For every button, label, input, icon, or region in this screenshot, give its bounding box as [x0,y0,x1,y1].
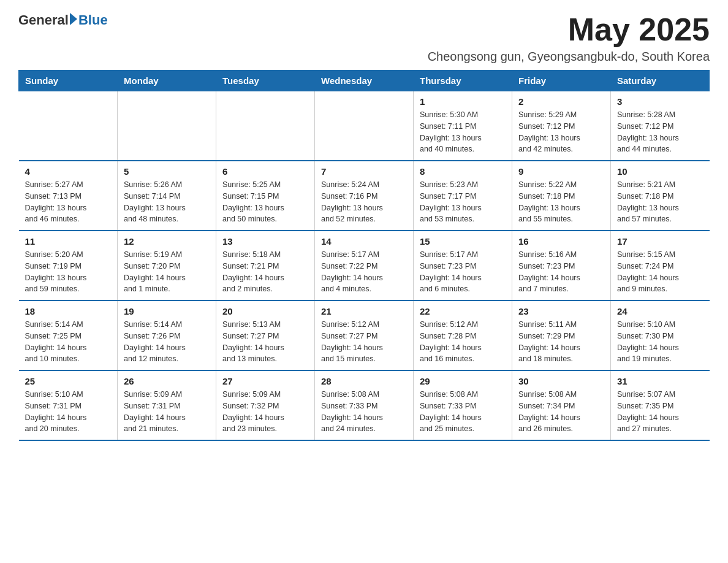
calendar-cell: 31Sunrise: 5:07 AM Sunset: 7:35 PM Dayli… [611,370,710,440]
day-info: Sunrise: 5:14 AM Sunset: 7:26 PM Dayligh… [124,319,210,365]
calendar-cell: 18Sunrise: 5:14 AM Sunset: 7:25 PM Dayli… [19,301,118,370]
day-number: 19 [124,306,210,316]
day-number: 2 [518,96,604,107]
calendar-cell: 8Sunrise: 5:23 AM Sunset: 7:17 PM Daylig… [414,161,512,231]
calendar-cell: 6Sunrise: 5:25 AM Sunset: 7:15 PM Daylig… [216,161,315,231]
day-number: 29 [420,376,506,386]
day-number: 10 [617,166,703,177]
calendar-cell: 12Sunrise: 5:19 AM Sunset: 7:20 PM Dayli… [118,231,216,301]
day-info: Sunrise: 5:14 AM Sunset: 7:25 PM Dayligh… [25,319,112,365]
day-number: 20 [222,306,308,316]
calendar-week-row: 1Sunrise: 5:30 AM Sunset: 7:11 PM Daylig… [19,91,710,161]
day-info: Sunrise: 5:29 AM Sunset: 7:12 PM Dayligh… [518,109,604,155]
calendar-cell: 25Sunrise: 5:10 AM Sunset: 7:31 PM Dayli… [19,370,118,440]
calendar-cell: 28Sunrise: 5:08 AM Sunset: 7:33 PM Dayli… [315,370,414,440]
day-info: Sunrise: 5:09 AM Sunset: 7:31 PM Dayligh… [124,389,210,435]
calendar-table: SundayMondayTuesdayWednesdayThursdayFrid… [18,70,710,441]
calendar-cell [118,91,216,161]
title-block: May 2025 Cheongsong gun, Gyeongsangbuk-d… [428,12,710,64]
calendar-cell: 10Sunrise: 5:21 AM Sunset: 7:18 PM Dayli… [611,161,710,231]
day-number: 13 [222,236,308,247]
location-subtitle: Cheongsong gun, Gyeongsangbuk-do, South … [428,50,710,64]
calendar-week-row: 25Sunrise: 5:10 AM Sunset: 7:31 PM Dayli… [19,370,710,440]
day-number: 22 [420,306,506,316]
day-number: 12 [124,236,210,247]
day-info: Sunrise: 5:09 AM Sunset: 7:32 PM Dayligh… [222,389,308,435]
calendar-cell [216,91,315,161]
calendar-body: 1Sunrise: 5:30 AM Sunset: 7:11 PM Daylig… [19,91,710,441]
calendar-cell: 30Sunrise: 5:08 AM Sunset: 7:34 PM Dayli… [512,370,611,440]
day-number: 14 [321,236,407,247]
day-of-week-header: Saturday [611,71,710,91]
day-info: Sunrise: 5:08 AM Sunset: 7:33 PM Dayligh… [321,389,407,435]
day-number: 25 [25,376,112,386]
calendar-week-row: 11Sunrise: 5:20 AM Sunset: 7:19 PM Dayli… [19,231,710,301]
month-title: May 2025 [428,12,710,47]
day-of-week-header: Friday [512,71,611,91]
day-number: 1 [420,96,506,107]
calendar-cell: 11Sunrise: 5:20 AM Sunset: 7:19 PM Dayli… [19,231,118,301]
calendar-cell: 20Sunrise: 5:13 AM Sunset: 7:27 PM Dayli… [216,301,315,370]
calendar-cell: 29Sunrise: 5:08 AM Sunset: 7:33 PM Dayli… [414,370,512,440]
day-of-week-header: Monday [118,71,216,91]
day-info: Sunrise: 5:19 AM Sunset: 7:20 PM Dayligh… [124,249,210,295]
calendar-cell: 15Sunrise: 5:17 AM Sunset: 7:23 PM Dayli… [414,231,512,301]
calendar-cell: 17Sunrise: 5:15 AM Sunset: 7:24 PM Dayli… [611,231,710,301]
day-info: Sunrise: 5:27 AM Sunset: 7:13 PM Dayligh… [25,179,112,225]
day-info: Sunrise: 5:10 AM Sunset: 7:31 PM Dayligh… [25,389,112,435]
day-number: 31 [617,376,703,386]
day-info: Sunrise: 5:17 AM Sunset: 7:23 PM Dayligh… [420,249,506,295]
day-info: Sunrise: 5:15 AM Sunset: 7:24 PM Dayligh… [617,249,703,295]
day-number: 6 [222,166,308,177]
day-info: Sunrise: 5:22 AM Sunset: 7:18 PM Dayligh… [518,179,604,225]
day-number: 17 [617,236,703,247]
day-info: Sunrise: 5:12 AM Sunset: 7:28 PM Dayligh… [420,319,506,365]
day-info: Sunrise: 5:13 AM Sunset: 7:27 PM Dayligh… [222,319,308,365]
day-number: 9 [518,166,604,177]
day-info: Sunrise: 5:21 AM Sunset: 7:18 PM Dayligh… [617,179,703,225]
calendar-cell: 4Sunrise: 5:27 AM Sunset: 7:13 PM Daylig… [19,161,118,231]
day-info: Sunrise: 5:08 AM Sunset: 7:34 PM Dayligh… [518,389,604,435]
day-info: Sunrise: 5:24 AM Sunset: 7:16 PM Dayligh… [321,179,407,225]
day-number: 15 [420,236,506,247]
calendar-cell: 27Sunrise: 5:09 AM Sunset: 7:32 PM Dayli… [216,370,315,440]
day-number: 7 [321,166,407,177]
calendar-cell: 22Sunrise: 5:12 AM Sunset: 7:28 PM Dayli… [414,301,512,370]
day-number: 28 [321,376,407,386]
calendar-week-row: 4Sunrise: 5:27 AM Sunset: 7:13 PM Daylig… [19,161,710,231]
day-info: Sunrise: 5:23 AM Sunset: 7:17 PM Dayligh… [420,179,506,225]
day-number: 21 [321,306,407,316]
logo-arrow-icon [70,13,77,25]
day-number: 23 [518,306,604,316]
logo: General Blue [18,12,108,28]
day-info: Sunrise: 5:18 AM Sunset: 7:21 PM Dayligh… [222,249,308,295]
calendar-cell: 21Sunrise: 5:12 AM Sunset: 7:27 PM Dayli… [315,301,414,370]
calendar-cell: 3Sunrise: 5:28 AM Sunset: 7:12 PM Daylig… [611,91,710,161]
day-number: 16 [518,236,604,247]
day-number: 26 [124,376,210,386]
days-of-week-row: SundayMondayTuesdayWednesdayThursdayFrid… [19,71,710,91]
day-info: Sunrise: 5:16 AM Sunset: 7:23 PM Dayligh… [518,249,604,295]
day-info: Sunrise: 5:12 AM Sunset: 7:27 PM Dayligh… [321,319,407,365]
calendar-cell [315,91,414,161]
day-info: Sunrise: 5:17 AM Sunset: 7:22 PM Dayligh… [321,249,407,295]
calendar-cell: 2Sunrise: 5:29 AM Sunset: 7:12 PM Daylig… [512,91,611,161]
logo-blue-text: Blue [78,12,108,28]
day-number: 11 [25,236,112,247]
calendar-week-row: 18Sunrise: 5:14 AM Sunset: 7:25 PM Dayli… [19,301,710,370]
day-info: Sunrise: 5:08 AM Sunset: 7:33 PM Dayligh… [420,389,506,435]
calendar-cell: 19Sunrise: 5:14 AM Sunset: 7:26 PM Dayli… [118,301,216,370]
day-of-week-header: Tuesday [216,71,315,91]
calendar-cell [19,91,118,161]
day-info: Sunrise: 5:11 AM Sunset: 7:29 PM Dayligh… [518,319,604,365]
calendar-cell: 9Sunrise: 5:22 AM Sunset: 7:18 PM Daylig… [512,161,611,231]
calendar-cell: 14Sunrise: 5:17 AM Sunset: 7:22 PM Dayli… [315,231,414,301]
day-number: 18 [25,306,112,316]
calendar-cell: 1Sunrise: 5:30 AM Sunset: 7:11 PM Daylig… [414,91,512,161]
calendar-cell: 23Sunrise: 5:11 AM Sunset: 7:29 PM Dayli… [512,301,611,370]
day-of-week-header: Thursday [414,71,512,91]
day-of-week-header: Wednesday [315,71,414,91]
calendar-cell: 5Sunrise: 5:26 AM Sunset: 7:14 PM Daylig… [118,161,216,231]
day-number: 24 [617,306,703,316]
calendar-cell: 7Sunrise: 5:24 AM Sunset: 7:16 PM Daylig… [315,161,414,231]
